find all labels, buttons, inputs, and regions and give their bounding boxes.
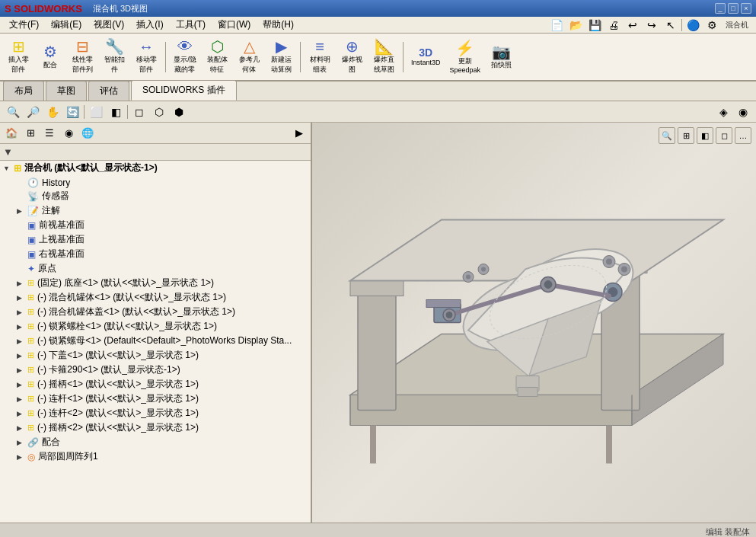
tree-item-annotation[interactable]: ▶ 📝 注解 [0, 203, 311, 218]
lower-cover-toggle[interactable]: ▶ [17, 352, 27, 360]
tab-solidworks-plugins[interactable]: SOLIDWORKS 插件 [131, 80, 237, 101]
handle1-toggle[interactable]: ▶ [17, 381, 27, 388]
tree-item-handle2[interactable]: ▶ ⊞ (-) 摇柄<2> (默认<<默认>_显示状态 1>) [0, 420, 311, 435]
smart-fastener-button[interactable]: 🔧 智能扣件 [99, 37, 129, 77]
linear-part-button[interactable]: ⊟ 线性零部件列 [67, 37, 97, 77]
tree-item-tank-cover[interactable]: ▶ ⊞ (-) 混合机罐体盖<1> (默认<<默认>_显示状态 1>) [0, 305, 311, 319]
insert-part-button[interactable]: ⊞ 插入零部件 [3, 37, 33, 77]
view-pan-button[interactable]: ✋ [44, 104, 61, 120]
toolbar-icon-cursor[interactable]: ↖ [662, 17, 679, 34]
clamp-toggle[interactable]: ▶ [17, 366, 27, 374]
minimize-button[interactable]: _ [715, 3, 726, 14]
new-motion-icon: ▶ [276, 39, 287, 54]
tree-item-origin[interactable]: ✦ 原点 [0, 261, 311, 276]
panel-icon-model[interactable]: 🏠 [3, 125, 20, 142]
toolbar-icon-save[interactable]: 💾 [586, 17, 603, 34]
menu-tools[interactable]: 工具(T) [170, 17, 212, 33]
panel-expand-button[interactable]: ▶ [291, 125, 308, 142]
tree-item-handle1[interactable]: ▶ ⊞ (-) 摇柄<1> (默认<<默认>_显示状态 1>) [0, 377, 311, 392]
photo-button[interactable]: 📷 拍快照 [486, 42, 516, 72]
toolbar-icon-open[interactable]: 📂 [567, 17, 584, 34]
view-standard-views-button[interactable]: ⬜ [88, 104, 104, 120]
instant3d-button[interactable]: 3D Instant3D [407, 45, 445, 69]
menu-window[interactable]: 窗口(W) [212, 17, 257, 33]
tree-item-base[interactable]: ▶ ⊞ (固定) 底座<1> (默认<<默认>_显示状态 1>) [0, 276, 311, 290]
view-3d-button[interactable]: ◈ [715, 104, 732, 120]
vp-section-button[interactable]: ◧ [697, 127, 713, 144]
view-rotate-button[interactable]: 🔄 [64, 104, 81, 120]
assembly-feature-icon: ⬡ [211, 39, 224, 54]
vp-zoom-button[interactable]: 🔍 [659, 127, 675, 144]
handle2-toggle[interactable]: ▶ [17, 424, 27, 432]
tree-item-clamp[interactable]: ▶ ⊞ (-) 卡箍290<1> (默认_显示状态-1>) [0, 363, 311, 377]
view-shaded-button[interactable]: ⬢ [171, 104, 187, 120]
panel-icon-config[interactable]: ⊞ [22, 125, 39, 142]
menu-view[interactable]: 视图(V) [88, 17, 130, 33]
view-zoom-area-button[interactable]: 🔍 [5, 104, 21, 120]
reference-geometry-button[interactable]: △ 参考几何体 [234, 37, 264, 77]
tree-item-lower-cover[interactable]: ▶ ⊞ (-) 下盖<1> (默认<<默认>_显示状态 1>) [0, 348, 311, 363]
tab-evaluate[interactable]: 评估 [88, 81, 129, 101]
panel-icon-display[interactable]: ◉ [60, 125, 77, 142]
bolt-toggle[interactable]: ▶ [17, 323, 27, 331]
view-section-view-button[interactable]: ◧ [107, 104, 124, 120]
vp-zoom-fit-button[interactable]: ⊞ [678, 127, 694, 144]
circular-pattern-toggle[interactable]: ▶ [17, 453, 27, 461]
vp-display-button[interactable]: ◻ [716, 127, 732, 144]
speedpak-button[interactable]: ⚡ 更新Speedpak [446, 38, 485, 76]
menu-file[interactable]: 文件(F) [3, 17, 45, 33]
tab-sketch[interactable]: 草图 [46, 81, 87, 101]
explode-view-button[interactable]: ⊕ 爆炸视图 [337, 37, 367, 77]
toolbar-icon-rebuild[interactable]: 🔵 [684, 17, 701, 34]
menu-edit[interactable]: 编辑(E) [45, 17, 88, 33]
tree-item-circular-pattern[interactable]: ▶ ◎ 局部圆周阵列1 [0, 449, 311, 464]
tree-root[interactable]: ▼ ⊞ 混合机 (默认<默认_显示状态-1>) [0, 161, 311, 175]
rod1-toggle[interactable]: ▶ [17, 395, 27, 403]
tree-root-toggle[interactable]: ▼ [3, 165, 14, 172]
tank-toggle[interactable]: ▶ [17, 294, 27, 302]
move-part-button[interactable]: ↔ 移动零部件 [131, 37, 161, 77]
menu-help[interactable]: 帮助(H) [257, 17, 300, 33]
view-settings-button[interactable]: ◉ [735, 104, 751, 120]
new-motion-button[interactable]: ▶ 新建运动算例 [266, 37, 296, 77]
linear-part-label: 线性零部件列 [72, 55, 93, 75]
bom-button[interactable]: ≡ 材料明细表 [305, 37, 335, 77]
tree-item-nut[interactable]: ▶ ⊞ (-) 锁紧螺母<1> (Default<<Default>_Photo… [0, 334, 311, 348]
toolbar-icon-print[interactable]: 🖨 [605, 17, 622, 34]
tree-item-right-plane[interactable]: ▣ 右视基准面 [0, 247, 311, 261]
toolbar-icon-settings[interactable]: ⚙ [703, 17, 720, 34]
toolbar-icon-redo[interactable]: ↪ [643, 17, 660, 34]
tree-item-bolt[interactable]: ▶ ⊞ (-) 锁紧螺栓<1> (默认<<默认>_显示状态 1>) [0, 319, 311, 334]
annotation-toggle[interactable]: ▶ [17, 207, 27, 215]
toolbar-icon-undo[interactable]: ↩ [624, 17, 641, 34]
panel-icon-dim[interactable]: ☰ [41, 125, 58, 142]
tree-item-front-plane[interactable]: ▣ 前视基准面 [0, 218, 311, 232]
tree-item-tank[interactable]: ▶ ⊞ (-) 混合机罐体<1> (默认<<默认>_显示状态 1>) [0, 290, 311, 305]
tree-item-top-plane[interactable]: ▣ 上视基准面 [0, 232, 311, 247]
tree-item-history[interactable]: 🕐 History [0, 177, 311, 189]
tree-item-sensor[interactable]: 📡 传感器 [0, 189, 311, 203]
toolbar-icon-new[interactable]: 📄 [548, 17, 565, 34]
tab-layout[interactable]: 布局 [3, 81, 44, 101]
close-button[interactable]: × [741, 3, 751, 14]
mates-toggle[interactable]: ▶ [17, 439, 27, 446]
rod2-icon: ⊞ [27, 408, 34, 418]
maximize-button[interactable]: □ [728, 3, 738, 14]
show-hide-button[interactable]: 👁 显示/隐藏的零 [170, 37, 200, 77]
view-display-style-button[interactable]: ◻ [131, 104, 148, 120]
tank-cover-toggle[interactable]: ▶ [17, 308, 27, 316]
menu-insert[interactable]: 插入(I) [130, 17, 169, 33]
vp-more-button[interactable]: … [735, 127, 751, 144]
tree-item-rod1[interactable]: ▶ ⊞ (-) 连杆<1> (默认<<默认>_显示状态 1>) [0, 392, 311, 406]
explode-sketch-button[interactable]: 📐 爆炸直线草图 [368, 37, 399, 77]
tree-item-rod2[interactable]: ▶ ⊞ (-) 连杆<2> (默认<<默认>_显示状态 1>) [0, 406, 311, 420]
nut-toggle[interactable]: ▶ [17, 337, 27, 345]
tree-item-mates[interactable]: ▶ 🔗 配合 [0, 435, 311, 449]
assembly-feature-button[interactable]: ⬡ 装配体特征 [202, 37, 232, 77]
view-zoom-out-button[interactable]: 🔎 [24, 104, 41, 120]
base-toggle[interactable]: ▶ [17, 280, 27, 287]
view-hide-lines-button[interactable]: ⬡ [151, 104, 167, 120]
rod2-toggle[interactable]: ▶ [17, 410, 27, 417]
panel-icon-sphere[interactable]: 🌐 [79, 125, 96, 142]
mate-button[interactable]: ⚙ 配合 [35, 42, 65, 72]
